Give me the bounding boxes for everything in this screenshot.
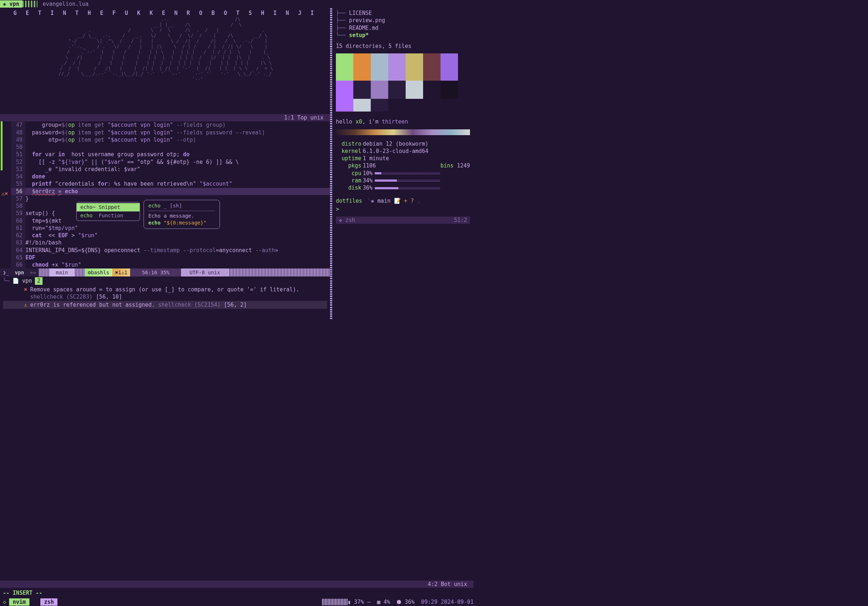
completion-item[interactable]: echo Function: [77, 212, 140, 220]
code-line[interactable]: chmod +x "$run": [25, 261, 330, 269]
color-swatch: [336, 99, 353, 111]
file-tree[interactable]: ├── LICENSE├── preview.png├── README.md└…: [336, 9, 470, 39]
code-line[interactable]: [25, 144, 330, 151]
greeting: hello x0, i'm thirteen: [336, 118, 470, 125]
code-line[interactable]: $err0rz = echo: [25, 188, 330, 195]
diagnostic-row[interactable]: ⚠err0rz is referenced but not assigned. …: [3, 301, 327, 309]
editor-pane: G E T I N T H E F U K K E N R O B O T S …: [0, 8, 330, 319]
line-number: 66: [11, 261, 25, 269]
line-number: 48: [11, 129, 25, 136]
line-number: 50: [11, 144, 25, 151]
color-swatch: [353, 99, 371, 111]
line-number: 62: [11, 232, 25, 239]
color-swatch: [406, 53, 423, 80]
statusline: ❯_ vpn »» main ⚙ bashls ✖ 1 ⚠ 1 56:16 35…: [0, 269, 330, 277]
code-line[interactable]: INTERNAL_IP4_DNS=${DNS} openconnect --ti…: [25, 247, 330, 254]
code-line[interactable]: done: [25, 173, 330, 180]
line-number: 64: [11, 247, 25, 254]
diag-count-badge: 2: [35, 277, 42, 284]
color-swatch: [371, 53, 388, 80]
dashboard-hero: G E T I N T H E F U K K E N R O B O T S …: [0, 8, 330, 123]
right-statusline: ❖ zsh 51:2: [336, 216, 470, 224]
diamond-icon: ◈: [3, 1, 9, 7]
color-swatch: [353, 80, 371, 99]
code-line[interactable]: password=$(op item get "$account vpn log…: [25, 129, 330, 136]
code-line[interactable]: cat << EOF > "$run": [25, 232, 330, 239]
tree-item[interactable]: ├── preview.png: [336, 17, 470, 24]
git-status-line: dotfiles 「◈ main 📝 + ? 」: [336, 197, 470, 204]
diagnostics-panel: └─ 📄 vpn 2 ✖Remove spaces around = to as…: [0, 277, 330, 309]
status-filename: vpn: [12, 269, 27, 277]
shell-prompt[interactable]: >: [336, 205, 470, 213]
color-swatch: [440, 53, 458, 80]
code-line[interactable]: printf "credentials for: %s have been re…: [25, 180, 330, 187]
tab-bar: ◈ vpn evangelion.lua: [0, 0, 474, 8]
color-swatch: [406, 99, 423, 111]
line-number: 59: [11, 210, 25, 217]
status-chevrons: »»: [27, 269, 39, 277]
tab-inactive[interactable]: evangelion.lua: [37, 0, 93, 8]
code-line[interactable]: EOF: [25, 254, 330, 261]
diag-header[interactable]: └─ 📄 vpn 2: [3, 277, 327, 285]
status-diagnostic-counts[interactable]: ✖ 1 ⚠ 1: [112, 269, 130, 277]
completion-popup[interactable]: echo~ Snippet echo Function: [76, 202, 140, 221]
tree-item[interactable]: ├── LICENSE: [336, 9, 470, 17]
color-swatch: [423, 99, 440, 111]
signature-doc-popup: echo _ [sh] Echo a message. echo "${0:me…: [144, 200, 220, 229]
code-line[interactable]: group=$(op item get "$account vpn login"…: [25, 121, 330, 128]
warning-icon: ⚠: [2, 190, 5, 197]
hero-title: G E T I N T H E F U K K E N R O B O T S …: [0, 9, 330, 17]
tree-summary: 15 directories, 5 files: [336, 43, 470, 50]
code-buffer[interactable]: 4748495051525354555657585960616263646566…: [0, 121, 330, 269]
status-position: 56:16 35%: [130, 269, 181, 277]
gradient-bar: [336, 129, 470, 135]
system-info: distrodebian 12 (bookworm) kernel6.1.0-2…: [336, 140, 470, 192]
doc-title: echo: [148, 203, 161, 209]
status-lsp: ⚙ bashls: [85, 269, 112, 277]
color-swatch: [388, 53, 406, 80]
color-swatch: [423, 53, 440, 80]
diagnostic-row[interactable]: ✖Remove spaces around = to assign (or us…: [3, 286, 327, 301]
tree-item[interactable]: ├── README.md: [336, 24, 470, 32]
file-icon: 📄: [12, 277, 19, 284]
line-number: 57: [11, 195, 25, 203]
status-mode-icon: ❯_: [0, 269, 12, 277]
status-sep: [74, 269, 85, 277]
color-swatch: [406, 80, 423, 99]
warning-icon: ⚠: [24, 301, 27, 308]
code-lines[interactable]: group=$(op item get "$account vpn login"…: [25, 121, 330, 269]
line-number: 61: [11, 224, 25, 232]
status-fill: [228, 269, 330, 277]
color-swatch: [440, 99, 458, 111]
completion-item[interactable]: echo~ Snippet: [77, 203, 140, 212]
status-sep: [39, 269, 50, 277]
color-swatch: [353, 53, 371, 80]
status-encoding: UTF-8 unix: [181, 269, 228, 277]
color-swatch: [423, 80, 440, 99]
code-line[interactable]: [[ -z "${!var}" || ("$var" == "otp" && $…: [25, 158, 330, 166]
line-number: 53: [11, 166, 25, 173]
color-swatch: [336, 53, 353, 80]
color-swatch: [371, 80, 388, 99]
tab-active[interactable]: ◈ vpn: [0, 0, 22, 8]
code-line[interactable]: for var in host username group password …: [25, 151, 330, 158]
line-number: 51: [11, 151, 25, 158]
code-line[interactable]: #!/bin/bash: [25, 239, 330, 246]
color-swatch: [336, 80, 353, 99]
hero-statusline: 1:1 Top unix: [0, 114, 330, 121]
right-panel: ├── LICENSE├── preview.png├── README.md└…: [330, 8, 474, 319]
line-number: 60: [11, 217, 25, 224]
line-number: 63: [11, 239, 25, 246]
color-swatches: [336, 53, 470, 111]
modified-icon: 📝: [394, 198, 404, 204]
tree-item[interactable]: └── setup*: [336, 32, 470, 39]
error-icon: ✖: [115, 269, 118, 276]
line-number: 52: [11, 158, 25, 166]
status-branch: main: [50, 269, 74, 277]
color-swatch: [388, 99, 406, 111]
warning-icon: ⚠: [121, 269, 124, 276]
doc-desc: Echo a message.: [148, 213, 215, 220]
error-icon: ✖: [5, 190, 8, 197]
code-line[interactable]: otp=$(op item get "$account vpn login" -…: [25, 136, 330, 144]
code-line[interactable]: _e "invalid credential: $var": [25, 166, 330, 173]
